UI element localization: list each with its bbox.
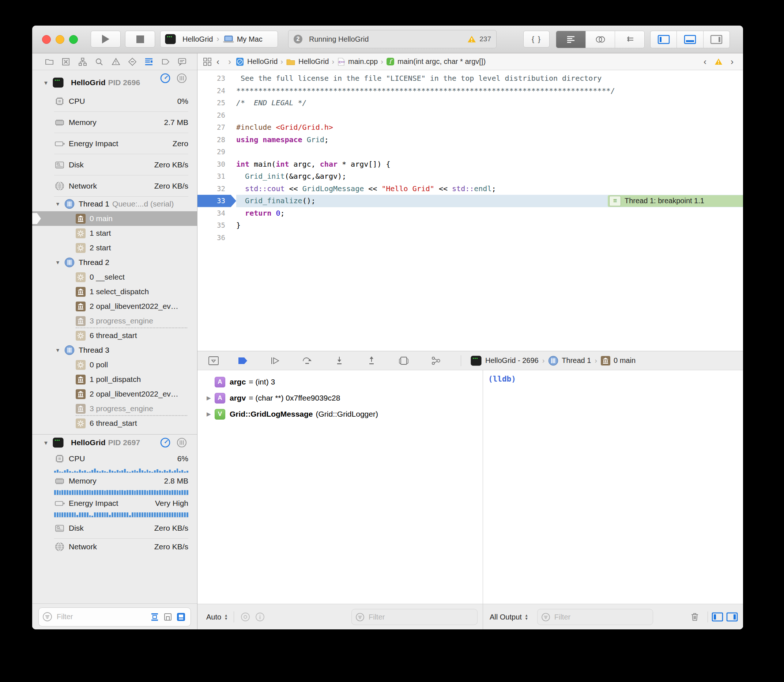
toggle-variables-view-button[interactable] [712, 612, 723, 622]
jumpbar-symbol[interactable]: f main(int argc, char * argv[]) [386, 57, 485, 66]
filter-crashed-threads-button[interactable] [162, 611, 174, 623]
activity-viewer[interactable]: 2 Running HelloGrid 237 [288, 30, 497, 48]
line-number[interactable]: 23 [198, 72, 236, 85]
gauge-row[interactable]: Memory 2.7 MB [32, 112, 197, 133]
process-row[interactable]: ▼ HelloGrid PID 2696 [32, 70, 197, 91]
performance-gauge-button[interactable] [160, 437, 171, 448]
disclosure-triangle-icon[interactable]: ▼ [55, 347, 64, 353]
line-number[interactable]: 34 [198, 207, 236, 220]
symbol-navigator-tab[interactable] [77, 56, 88, 67]
console-filter-field[interactable] [537, 609, 653, 625]
line-number[interactable]: 30 [198, 158, 236, 170]
run-button[interactable] [91, 31, 121, 48]
navigator-filter-input[interactable] [56, 612, 147, 621]
stack-frame-row[interactable]: 2 opal_libevent2022_ev… [32, 387, 197, 401]
assistant-editor-button[interactable] [586, 31, 615, 48]
code-line[interactable]: 32 std::cout << GridLogMessage << "Hello… [198, 183, 743, 195]
report-navigator-tab[interactable] [177, 56, 188, 67]
code-line[interactable]: 23 See the full license in the file "LIC… [198, 72, 743, 85]
debug-view-hierarchy-button[interactable] [396, 355, 411, 367]
stack-frame-row[interactable]: 3 progress_engine [32, 314, 197, 328]
stop-button[interactable] [125, 31, 155, 48]
step-into-button[interactable] [332, 355, 346, 367]
variable-row[interactable]: ▶ A argv = (char **) 0x7ffee9039c28 [198, 390, 483, 406]
code-line[interactable]: 33 Grid_finalize(); ≡ Thread 1: breakpoi… [198, 195, 743, 207]
test-navigator-tab[interactable] [127, 56, 138, 67]
thread-row[interactable]: ▼ Thread 1 Queue:...d (serial) [32, 197, 197, 211]
console-filter-input[interactable] [554, 613, 649, 622]
disclosure-triangle-icon[interactable]: ▼ [55, 260, 64, 265]
view-columns-button[interactable] [176, 437, 187, 448]
variable-row[interactable]: ▶ A argc = (int) 3 [198, 374, 483, 390]
jumpbar-group[interactable]: HelloGrid [286, 57, 329, 66]
next-issue-button[interactable]: › [731, 57, 733, 67]
stack-frame-row[interactable]: 1 select_dispatch [32, 284, 197, 299]
warning-count[interactable]: 237 [479, 35, 491, 43]
navigator-filter-field[interactable] [38, 607, 191, 626]
code-line[interactable]: 36 ≡ [198, 232, 743, 244]
stack-frame-row[interactable]: 0 __select [32, 270, 197, 284]
line-number[interactable]: 26 [198, 109, 236, 122]
code-line[interactable]: 26 ≡ [198, 109, 743, 122]
breadcrumb-process[interactable]: HelloGrid - 2696 [485, 356, 539, 365]
gauge-row[interactable]: Disk Zero KB/s [32, 518, 197, 539]
line-number[interactable]: 36 [198, 232, 236, 244]
console-output[interactable]: (lldb) [483, 370, 743, 604]
debug-navigator-tab[interactable] [143, 56, 154, 67]
code-line[interactable]: 29 ≡ [198, 146, 743, 158]
code-line[interactable]: 25 /* END LEGAL */ ≡ [198, 97, 743, 109]
code-line[interactable]: 24 *************************************… [198, 85, 743, 97]
performance-gauge-button[interactable] [160, 73, 171, 84]
view-mode-button[interactable] [175, 611, 187, 623]
breakpoints-toggle-button[interactable] [235, 355, 250, 367]
breakpoint-navigator-tab[interactable] [160, 56, 171, 67]
disclosure-triangle-icon[interactable]: ▼ [43, 440, 53, 446]
code-line[interactable]: 35 } ≡ [198, 219, 743, 232]
disclosure-triangle-icon[interactable]: ▼ [55, 201, 64, 207]
code-line[interactable]: 31 Grid_init(&argc,&argv); ≡ [198, 170, 743, 183]
process-row[interactable]: ▼ HelloGrid PID 2697 [32, 435, 197, 451]
jumpbar-file[interactable]: C++ main.cpp [337, 57, 378, 66]
line-number[interactable]: 27 [198, 121, 236, 134]
line-number[interactable]: 28 [198, 134, 236, 146]
variable-row[interactable]: ▶ V Grid::GridLogMessage (Grid::GridLogg… [198, 406, 483, 422]
memory-graph-button[interactable] [429, 355, 443, 367]
info-icon[interactable] [254, 612, 265, 622]
code-snippet-button[interactable]: { } [523, 31, 549, 48]
minimize-window-button[interactable] [56, 35, 64, 44]
previous-issue-button[interactable]: ‹ [704, 57, 706, 67]
quicklook-icon[interactable] [240, 612, 251, 622]
console-output-selector[interactable]: All Output ▲▼ [490, 613, 529, 621]
gauge-row[interactable]: Energy Impact Zero [32, 133, 197, 154]
disclosure-triangle-icon[interactable]: ▼ [43, 80, 53, 86]
line-number[interactable]: 25 [198, 97, 236, 109]
variables-filter-input[interactable] [368, 613, 474, 622]
toggle-debug-area-button[interactable] [677, 31, 703, 48]
version-editor-button[interactable] [615, 31, 644, 48]
stack-frame-row[interactable]: 6 thread_start [32, 328, 197, 343]
stack-frame-row[interactable]: 2 start [32, 241, 197, 255]
line-number[interactable]: 31 [198, 170, 236, 183]
gauge-row[interactable]: Network Zero KB/s [32, 539, 197, 555]
project-navigator-tab[interactable] [44, 56, 55, 67]
line-number[interactable]: 24 [198, 85, 236, 97]
code-line[interactable]: 27 #include <Grid/Grid.h> ≡ [198, 121, 743, 134]
standard-editor-button[interactable] [556, 31, 586, 48]
breakpoint-annotation[interactable]: ≡ Thread 1: breakpoint 1.1 [608, 195, 743, 207]
jumpbar-project[interactable]: HelloGrid [235, 57, 278, 66]
disclosure-triangle-icon[interactable]: ▶ [207, 395, 215, 401]
stack-frame-row[interactable]: 2 opal_libevent2022_ev… [32, 299, 197, 314]
warning-icon[interactable] [467, 35, 476, 43]
warning-icon[interactable] [715, 58, 723, 65]
disclosure-triangle-icon[interactable]: ▶ [207, 411, 215, 417]
line-number[interactable]: 33 [198, 195, 236, 207]
code-line[interactable]: 30 int main(int argc, char * argv[]) { ≡ [198, 158, 743, 170]
source-editor[interactable]: 23 See the full license in the file "LIC… [198, 70, 743, 351]
thread-row[interactable]: ▼ Thread 2 [32, 255, 197, 270]
code-line[interactable]: 34 return 0; ≡ [198, 207, 743, 220]
filter-flatten-button[interactable] [149, 611, 161, 623]
toggle-navigator-button[interactable] [650, 31, 677, 48]
thread-row[interactable]: ▼ Thread 3 [32, 343, 197, 357]
line-number[interactable]: 32 [198, 183, 236, 195]
gauge-row[interactable]: CPU 6% [32, 451, 197, 467]
